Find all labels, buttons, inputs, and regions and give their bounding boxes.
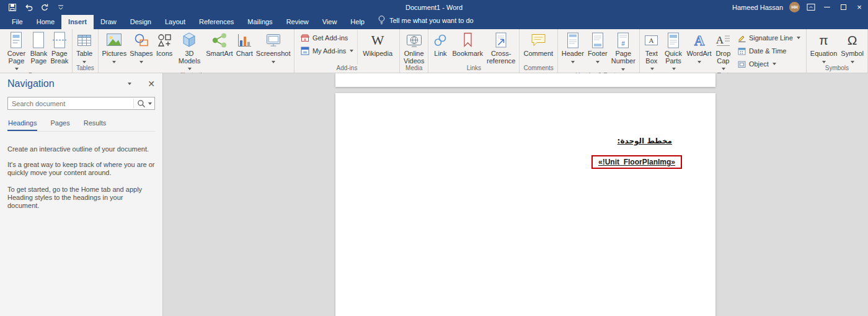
icons-label: Icons [156, 50, 172, 57]
tab-layout[interactable]: Layout [158, 15, 192, 29]
chart-button[interactable]: Chart [234, 30, 254, 72]
search-icon [137, 99, 146, 108]
symbol-button[interactable]: Ω Symbol [839, 30, 866, 65]
pictures-button[interactable]: Pictures [100, 30, 128, 72]
page-number-button[interactable]: # PageNumber [609, 30, 637, 72]
tab-file[interactable]: File [5, 15, 30, 29]
screenshot-icon [265, 32, 281, 48]
tab-mailings[interactable]: Mailings [241, 15, 279, 29]
document-page-partial[interactable] [335, 73, 715, 87]
text-box-button[interactable]: A TextBox [642, 30, 662, 72]
equation-button[interactable]: π Equation [808, 30, 839, 65]
table-button[interactable]: Table [74, 30, 94, 65]
user-name[interactable]: Hameed Hassan [732, 4, 783, 11]
shapes-button[interactable]: Shapes [128, 30, 154, 72]
object-label: Object [749, 60, 769, 68]
quick-access-toolbar [7, 2, 66, 12]
redo-button[interactable] [40, 2, 50, 12]
ribbon-group-illustrations: Pictures Shapes Icons 3DModels SmartArt … [99, 29, 294, 73]
screenshot-button[interactable]: Screenshot [254, 30, 291, 72]
wordart-button[interactable]: A WordArt [685, 30, 713, 72]
cross-reference-button[interactable]: Cross-reference [485, 30, 517, 65]
bookmark-button[interactable]: Bookmark [450, 30, 485, 65]
page-break-button[interactable]: PageBreak [49, 30, 70, 72]
my-add-ins-button[interactable]: My Add-ins [298, 45, 356, 56]
nav-help-paragraph-2: It's a great way to keep track of where … [7, 161, 155, 177]
smartart-button[interactable]: SmartArt [205, 30, 234, 72]
save-button[interactable] [7, 2, 17, 12]
nav-tab-results[interactable]: Results [83, 118, 107, 131]
drop-cap-button[interactable]: A DropCap [713, 30, 733, 72]
footer-icon [591, 32, 604, 48]
dropdown-caret [698, 61, 701, 63]
redo-icon [40, 3, 49, 12]
object-button[interactable]: Object [735, 58, 803, 70]
avatar[interactable]: HH [789, 2, 800, 12]
tab-references[interactable]: References [192, 15, 241, 29]
chart-label: Chart [236, 50, 253, 57]
search-input[interactable] [12, 100, 133, 107]
header-button[interactable]: Header [560, 30, 586, 72]
undo-button[interactable] [24, 2, 33, 12]
ribbon-group-pages: CoverPage BlankPage PageBreak Pages [2, 29, 73, 73]
tab-view[interactable]: View [316, 15, 344, 29]
navigation-options-caret[interactable] [128, 83, 131, 85]
tab-draw[interactable]: Draw [94, 15, 123, 29]
ribbon-display-options-icon [807, 3, 815, 11]
3d-models-icon [181, 32, 197, 48]
comment-button[interactable]: Comment [521, 30, 555, 65]
dropdown-caret [188, 68, 192, 70]
close-icon: × [857, 3, 862, 11]
tab-design[interactable]: Design [123, 15, 158, 29]
blank-page-icon [31, 32, 46, 48]
tab-home[interactable]: Home [30, 15, 61, 29]
dropdown-caret [571, 61, 575, 63]
icons-button[interactable]: Icons [154, 30, 174, 72]
get-add-ins-label: Get Add-ins [312, 34, 348, 42]
tell-me-box[interactable]: Tell me what you want to do [371, 12, 480, 29]
group-label-media: Media [400, 65, 428, 73]
nav-tab-headings[interactable]: Headings [7, 118, 37, 131]
customize-quick-access-button[interactable] [56, 2, 66, 12]
tab-review[interactable]: Review [280, 15, 316, 29]
drop-cap-label: DropCap [715, 50, 732, 72]
smartart-label: SmartArt [206, 50, 232, 57]
footer-button[interactable]: Footer [586, 30, 609, 72]
object-icon [737, 60, 746, 69]
ribbon-display-options-button[interactable] [806, 2, 816, 12]
symbol-icon: Ω [848, 32, 857, 48]
page-number-icon: # [616, 32, 630, 48]
get-add-ins-button[interactable]: Get Add-ins [298, 32, 356, 43]
text-box-label: TextBox [644, 50, 660, 72]
date-time-icon [737, 47, 746, 56]
quick-parts-label: QuickParts [663, 50, 683, 72]
document-area[interactable]: مخطط الوحدة: «!Unit_FloorPlanImg» [163, 73, 868, 316]
document-page[interactable]: مخطط الوحدة: «!Unit_FloorPlanImg» [335, 93, 715, 316]
online-videos-button[interactable]: OnlineVideos [402, 30, 426, 65]
link-icon [433, 32, 448, 48]
dropdown-caret [621, 68, 625, 71]
quick-parts-button[interactable]: QuickParts [662, 30, 685, 72]
search-button[interactable] [133, 99, 152, 108]
nav-tab-pages[interactable]: Pages [50, 118, 70, 131]
document-heading-arabic[interactable]: مخطط الوحدة: [618, 137, 672, 145]
tab-help[interactable]: Help [343, 15, 371, 29]
cover-page-icon [9, 32, 24, 48]
blank-page-button[interactable]: BlankPage [29, 30, 49, 72]
maximize-button[interactable] [838, 2, 848, 12]
tab-insert[interactable]: Insert [61, 15, 94, 29]
close-button[interactable]: × [854, 2, 864, 12]
undo-icon [24, 3, 33, 12]
navigation-pane-title: Navigation [7, 78, 55, 89]
link-button[interactable]: Link [430, 30, 450, 65]
ribbon-group-links: Link Bookmark Cross-reference Links [428, 29, 520, 73]
3d-models-button[interactable]: 3DModels [174, 30, 205, 72]
wikipedia-button[interactable]: W Wikipedia [357, 30, 397, 65]
date-time-button[interactable]: Date & Time [735, 45, 803, 56]
dropdown-caret [650, 68, 654, 70]
navigation-close-button[interactable]: ✕ [148, 79, 155, 89]
minimize-button[interactable] [822, 2, 832, 12]
merge-field-box[interactable]: «!Unit_FloorPlanImg» [591, 155, 682, 169]
cover-page-button[interactable]: CoverPage [4, 30, 29, 72]
signature-line-button[interactable]: Signature Line [735, 32, 803, 43]
